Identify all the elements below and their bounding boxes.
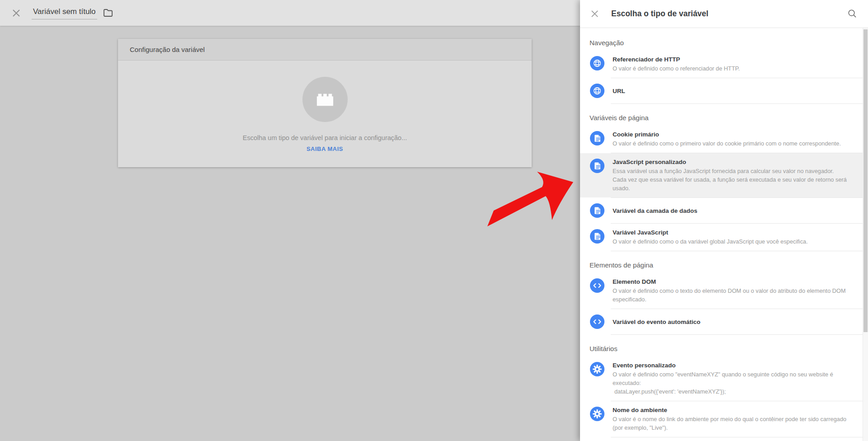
variable-type-elemento-dom[interactable]: Elemento DOM O valor é definido como o t… bbox=[580, 273, 863, 309]
section-label-elementos-de-pagina: Elementos de página bbox=[580, 261, 863, 269]
folder-icon[interactable] bbox=[103, 9, 113, 17]
variable-type-title: Variável da camada de dados bbox=[613, 207, 698, 215]
variable-type-evento-personalizado[interactable]: Evento personalizado O valor é definido … bbox=[580, 357, 863, 401]
section-label-utilitarios: Utilitários bbox=[580, 345, 863, 353]
variable-type-variavel-da-camada-de-dados[interactable]: Variável da camada de dados bbox=[580, 198, 863, 223]
variable-type-description: O valor é definido como o texto do eleme… bbox=[613, 286, 849, 304]
section-label-navegacao: Navegação bbox=[580, 39, 863, 47]
section-label-variaveis-de-pagina: Variáveis de página bbox=[580, 114, 863, 122]
variable-type-picker-panel: Escolha o tipo de variável Navegação Ref… bbox=[580, 0, 868, 441]
document-icon bbox=[590, 158, 605, 174]
variable-type-title: Variável JavaScript bbox=[613, 229, 808, 236]
document-icon bbox=[590, 203, 605, 218]
panel-title: Escolha o tipo de variável bbox=[611, 9, 708, 19]
variable-type-javascript-personalizado[interactable]: JavaScript personalizado Essa variável u… bbox=[580, 153, 863, 197]
close-panel-icon[interactable] bbox=[590, 9, 599, 18]
document-icon bbox=[590, 229, 605, 244]
variable-type-description: O valor é o nome do link do ambiente por… bbox=[613, 415, 849, 432]
variable-type-title: Elemento DOM bbox=[613, 278, 849, 286]
panel-sections: Navegação Referenciador de HTTP O valor … bbox=[580, 28, 863, 441]
variable-type-title: URL bbox=[613, 87, 625, 95]
code-icon bbox=[590, 278, 605, 293]
variable-type-description: O valor é definido como o da variável gl… bbox=[613, 237, 808, 246]
brick-icon bbox=[315, 90, 335, 108]
variable-type-title: JavaScript personalizado bbox=[613, 158, 849, 166]
variable-type-url[interactable]: URL bbox=[580, 78, 863, 103]
search-icon[interactable] bbox=[848, 9, 857, 19]
red-annotation-arrow bbox=[484, 166, 583, 234]
variable-type-referenciador-de-http[interactable]: Referenciador de HTTP O valor é definido… bbox=[580, 51, 863, 78]
code-snippet: dataLayer.push({'event': 'eventNameXYZ'}… bbox=[613, 387, 849, 396]
card-header-title: Configuração da variável bbox=[118, 39, 532, 61]
variable-configuration-card: Configuração da variável Escolha um tipo… bbox=[118, 39, 532, 167]
learn-more-link[interactable]: SAIBA MAIS bbox=[307, 145, 343, 152]
variable-type-title: Evento personalizado bbox=[613, 361, 849, 369]
globe-icon bbox=[590, 56, 605, 71]
row-divider bbox=[611, 334, 863, 335]
globe-icon bbox=[590, 83, 605, 99]
variable-type-nome-do-ambiente[interactable]: Nome do ambiente O valor é o nome do lin… bbox=[580, 401, 863, 437]
variable-type-description: Essa variável usa a função JavaScript fo… bbox=[613, 167, 849, 192]
variable-type-description: O valor é definido como o primeiro valor… bbox=[613, 139, 841, 148]
variable-type-title: Referenciador de HTTP bbox=[613, 56, 740, 63]
panel-header: Escolha o tipo de variável bbox=[580, 0, 868, 28]
variable-type-title: Nome do ambiente bbox=[613, 406, 849, 414]
scrollbar-thumb[interactable] bbox=[863, 29, 868, 332]
variable-placeholder-circle[interactable] bbox=[302, 77, 348, 122]
variable-type-variavel-do-evento-automatico[interactable]: Variável do evento automático bbox=[580, 309, 863, 334]
gear-icon bbox=[590, 361, 605, 377]
gear-icon bbox=[590, 406, 605, 422]
row-divider bbox=[611, 103, 863, 104]
variable-type-numero-aleatorio[interactable]: Número aleatório O valor é definido como… bbox=[580, 437, 863, 441]
row-divider bbox=[611, 251, 863, 251]
variable-type-title: Variável do evento automático bbox=[613, 318, 700, 326]
close-editor-icon[interactable] bbox=[12, 9, 21, 18]
code-icon bbox=[590, 314, 605, 329]
variable-type-title: Cookie primário bbox=[613, 131, 841, 138]
variable-type-cookie-primario[interactable]: Cookie primário O valor é definido como … bbox=[580, 126, 863, 153]
variable-type-description: O valor é definido como "eventNameXYZ" q… bbox=[613, 370, 849, 396]
panel-scrollbar bbox=[863, 28, 868, 441]
card-hint-text: Escolha um tipo de variável para iniciar… bbox=[118, 134, 532, 141]
document-icon bbox=[590, 131, 605, 146]
variable-type-description: O valor é definido como o referenciador … bbox=[613, 64, 740, 73]
variable-title-field[interactable]: Variável sem título bbox=[32, 6, 97, 19]
gtm-variable-editor: Variável sem título Configuração da vari… bbox=[0, 0, 868, 441]
variable-type-variavel-javascript[interactable]: Variável JavaScript O valor é definido c… bbox=[580, 224, 863, 251]
